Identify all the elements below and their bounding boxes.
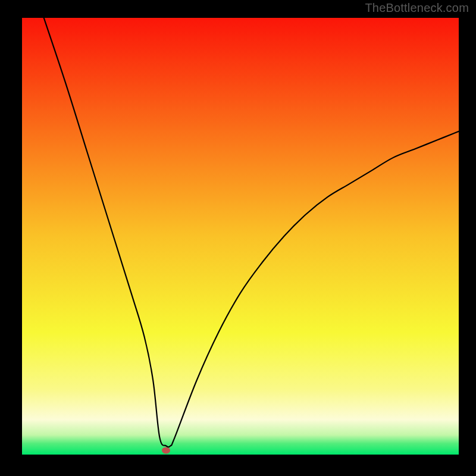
plot-clip xyxy=(22,18,459,455)
plot-area xyxy=(22,18,459,455)
minimum-marker xyxy=(162,447,170,453)
watermark-text: TheBottleneck.com xyxy=(365,1,469,15)
bottleneck-curve xyxy=(22,18,459,455)
chart-frame: TheBottleneck.com xyxy=(0,0,476,476)
